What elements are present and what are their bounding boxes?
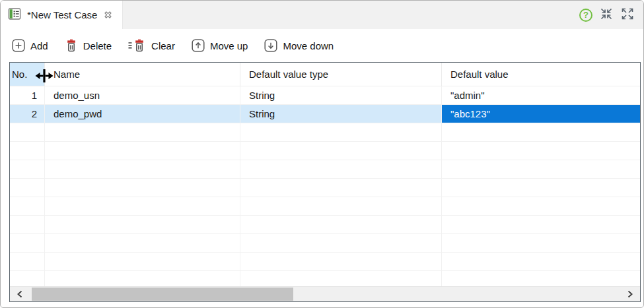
delete-trash-icon bbox=[65, 38, 78, 53]
cell-no[interactable] bbox=[10, 253, 45, 270]
cell-no[interactable] bbox=[10, 123, 45, 141]
move-down-label: Move down bbox=[283, 40, 334, 51]
clear-button[interactable]: Clear bbox=[128, 38, 175, 53]
cell-name[interactable] bbox=[45, 179, 240, 197]
cell-default-value[interactable] bbox=[442, 216, 640, 233]
variables-toolbar: Add Delete bbox=[1, 29, 643, 62]
cell-default-type[interactable] bbox=[240, 253, 442, 270]
variables-table: No. Name Default value type Default valu… bbox=[9, 62, 641, 302]
cell-default-type[interactable] bbox=[240, 123, 442, 141]
cell-no[interactable] bbox=[10, 216, 45, 233]
cell-no[interactable]: 2 bbox=[10, 105, 45, 123]
table-row[interactable]: 1 demo_usn String "admin" bbox=[10, 86, 640, 105]
cell-default-type[interactable] bbox=[240, 197, 442, 215]
table-row[interactable] bbox=[10, 234, 640, 253]
scrollbar-track[interactable] bbox=[30, 287, 620, 301]
move-up-label: Move up bbox=[210, 40, 248, 51]
scroll-left-icon[interactable] bbox=[10, 287, 30, 301]
table-row[interactable] bbox=[10, 253, 640, 271]
move-down-icon bbox=[264, 39, 277, 52]
cell-no[interactable] bbox=[10, 197, 45, 215]
header-default-value[interactable]: Default value bbox=[442, 63, 640, 86]
table-row[interactable] bbox=[10, 160, 640, 179]
move-up-icon bbox=[192, 39, 205, 52]
cell-name[interactable]: demo_pwd bbox=[45, 105, 240, 123]
cell-default-value[interactable]: "abc123" bbox=[442, 105, 640, 123]
table-row[interactable] bbox=[10, 142, 640, 160]
table-row[interactable] bbox=[10, 216, 640, 234]
scroll-right-icon[interactable] bbox=[620, 287, 640, 301]
editor-window: *New Test Case ? bbox=[0, 0, 644, 308]
cell-default-type[interactable] bbox=[240, 160, 442, 178]
cell-no[interactable] bbox=[10, 179, 45, 197]
table-row[interactable] bbox=[10, 271, 640, 286]
tabbar-actions: ? bbox=[579, 1, 643, 29]
horizontal-scrollbar[interactable] bbox=[10, 286, 640, 301]
cell-no[interactable]: 1 bbox=[10, 86, 45, 104]
cell-default-value[interactable] bbox=[442, 234, 640, 252]
close-icon[interactable] bbox=[103, 10, 113, 20]
add-icon bbox=[12, 39, 25, 52]
cell-name[interactable] bbox=[45, 234, 240, 252]
table-body: 1 demo_usn String "admin" 2 demo_pwd Str… bbox=[10, 86, 640, 286]
cell-default-value[interactable] bbox=[442, 142, 640, 160]
table-row[interactable]: 2 demo_pwd String "abc123" bbox=[10, 105, 640, 123]
cell-name[interactable] bbox=[45, 160, 240, 178]
cell-default-value[interactable] bbox=[442, 123, 640, 141]
cell-default-value[interactable] bbox=[442, 160, 640, 178]
cell-default-value[interactable]: "admin" bbox=[442, 86, 640, 104]
table-header: No. Name Default value type Default valu… bbox=[10, 63, 640, 86]
delete-label: Delete bbox=[83, 40, 112, 51]
table-row[interactable] bbox=[10, 197, 640, 216]
minimize-icon[interactable] bbox=[599, 7, 614, 23]
help-icon[interactable]: ? bbox=[579, 9, 592, 22]
clear-label: Clear bbox=[151, 40, 175, 51]
cell-default-type[interactable]: String bbox=[240, 105, 442, 123]
cell-default-type[interactable] bbox=[240, 142, 442, 160]
cell-no[interactable] bbox=[10, 142, 45, 160]
table-row[interactable] bbox=[10, 179, 640, 197]
move-down-button[interactable]: Move down bbox=[264, 39, 334, 52]
cell-default-value[interactable] bbox=[442, 271, 640, 286]
cell-no[interactable] bbox=[10, 234, 45, 252]
test-case-icon bbox=[8, 7, 21, 23]
cell-name[interactable] bbox=[45, 271, 240, 286]
cell-default-value[interactable] bbox=[442, 253, 640, 270]
maximize-icon[interactable] bbox=[620, 7, 635, 23]
clear-trash-icon bbox=[128, 38, 146, 53]
table-row[interactable] bbox=[10, 123, 640, 142]
tab-new-test-case[interactable]: *New Test Case bbox=[1, 1, 123, 29]
tab-bar: *New Test Case ? bbox=[1, 1, 643, 29]
cell-name[interactable] bbox=[45, 197, 240, 215]
add-label: Add bbox=[30, 40, 48, 51]
tab-title: *New Test Case bbox=[27, 9, 97, 20]
cell-default-type[interactable] bbox=[240, 234, 442, 252]
header-default-value-type[interactable]: Default value type bbox=[240, 63, 442, 86]
cell-default-value[interactable] bbox=[442, 197, 640, 215]
delete-button[interactable]: Delete bbox=[65, 38, 112, 53]
add-button[interactable]: Add bbox=[12, 39, 48, 52]
cell-default-type[interactable] bbox=[240, 271, 442, 286]
cell-default-value[interactable] bbox=[442, 179, 640, 197]
cell-default-type[interactable]: String bbox=[240, 86, 442, 104]
cell-no[interactable] bbox=[10, 271, 45, 286]
cell-default-type[interactable] bbox=[240, 216, 442, 233]
cell-name[interactable]: demo_usn bbox=[45, 86, 240, 104]
move-up-button[interactable]: Move up bbox=[192, 39, 248, 52]
cell-name[interactable] bbox=[45, 253, 240, 270]
cell-name[interactable] bbox=[45, 123, 240, 141]
cell-name[interactable] bbox=[45, 142, 240, 160]
header-no[interactable]: No. bbox=[10, 63, 45, 86]
cell-default-type[interactable] bbox=[240, 179, 442, 197]
scrollbar-thumb[interactable] bbox=[32, 288, 293, 301]
header-name[interactable]: Name bbox=[45, 63, 240, 86]
cell-no[interactable] bbox=[10, 160, 45, 178]
cell-name[interactable] bbox=[45, 216, 240, 233]
